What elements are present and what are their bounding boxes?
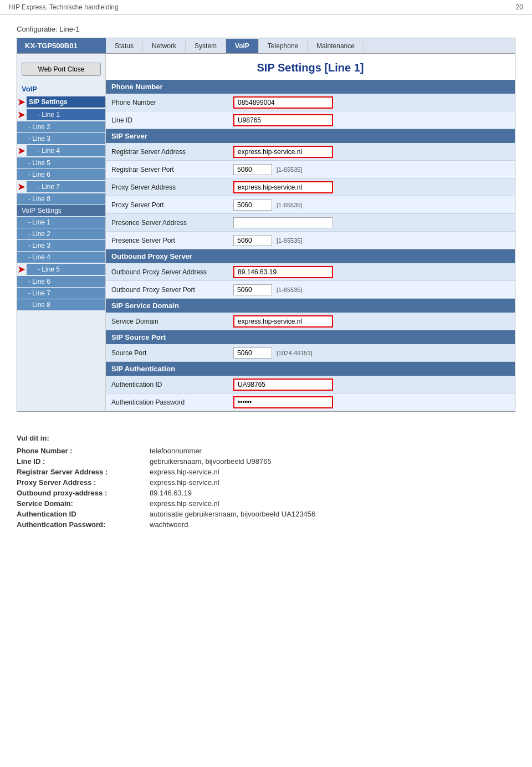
sidebar-item-voip-line6[interactable]: - Line 6: [17, 276, 105, 287]
footer-row-outbound-proxy: Outbound proxy-address : 89.146.63.19: [17, 489, 515, 497]
label-line-id: Line ID: [111, 116, 233, 124]
input-proxy-server-address[interactable]: [233, 181, 333, 193]
label-outbound-proxy-address: Outbound Proxy Server Address: [111, 268, 233, 276]
tab-voip[interactable]: VoIP: [226, 39, 259, 53]
footer-row-registrar-address: Registrar Server Address : express.hip-s…: [17, 468, 515, 476]
input-registrar-server-port[interactable]: [233, 164, 272, 175]
footer-key-auth-id: Authentication ID: [17, 510, 150, 518]
footer-value-auth-id: autorisatie gebruikersnaam, bijvoorbeeld…: [150, 510, 315, 518]
row-outbound-proxy-port: Outbound Proxy Server Port [1-65535]: [106, 281, 515, 299]
sip-settings-arrow: ➤: [17, 96, 25, 108]
section-header-sip-source-port: SIP Source Port: [106, 330, 515, 344]
sidebar-item-sip-settings[interactable]: SIP Settings: [27, 96, 105, 108]
input-outbound-proxy-address[interactable]: [233, 266, 333, 278]
footer-value-proxy-address: express.hip-service.nl: [150, 478, 219, 487]
sidebar-item-voip-line8[interactable]: - Line 8: [17, 299, 105, 310]
row-registrar-server-port: Registrar Server Port [1-65535]: [106, 161, 515, 178]
footer-key-proxy-address: Proxy Server Address :: [17, 478, 150, 487]
row-presence-server-port: Presence Server Port [1-65535]: [106, 232, 515, 249]
label-auth-id: Authentication ID: [111, 381, 233, 388]
input-source-port[interactable]: [233, 347, 272, 359]
nav-brand: KX-TGP500B01: [17, 38, 106, 53]
input-presence-server-address[interactable]: [233, 217, 333, 228]
range-presence-server-port: [1-65535]: [277, 237, 302, 244]
footer-value-phone-number: telefoonnummer: [150, 447, 202, 455]
input-line-id[interactable]: [233, 114, 333, 126]
footer-row-auth-id: Authentication ID autorisatie gebruikers…: [17, 510, 515, 518]
sidebar-item-sip-line2[interactable]: - Line 2: [17, 121, 105, 132]
footer-key-line-id: Line ID :: [17, 457, 150, 466]
input-phone-number[interactable]: [233, 96, 333, 109]
footer-value-line-id: gebruikersnaam, bijvoorbeeld U98765: [150, 457, 272, 466]
sidebar-item-voip-line7[interactable]: - Line 7: [17, 288, 105, 299]
label-registrar-server-address: Registrar Server Address: [111, 148, 233, 156]
row-presence-server-address: Presence Server Address: [106, 214, 515, 232]
sidebar-item-sip-line8[interactable]: - Line 8: [17, 193, 105, 204]
row-line-id: Line ID: [106, 111, 515, 129]
range-outbound-proxy-port: [1-65535]: [277, 287, 302, 293]
sidebar-item-voip-line2[interactable]: - Line 2: [17, 228, 105, 239]
nav-tabs: Status Network System VoIP Telephone Mai…: [106, 39, 364, 53]
label-phone-number: Phone Number: [111, 99, 233, 106]
row-registrar-server-address: Registrar Server Address: [106, 143, 515, 161]
range-proxy-server-port: [1-65535]: [277, 202, 302, 208]
input-auth-password[interactable]: [233, 396, 333, 408]
footer-key-service-domain: Service Domain:: [17, 499, 150, 508]
label-proxy-server-port: Proxy Server Port: [111, 201, 233, 209]
input-registrar-server-address[interactable]: [233, 146, 333, 158]
sidebar-item-sip-line3[interactable]: - Line 3: [17, 133, 105, 144]
sidebar-item-voip-line4[interactable]: - Line 4: [17, 252, 105, 263]
tab-maintenance[interactable]: Maintenance: [308, 39, 364, 53]
sidebar-item-sip-line6[interactable]: - Line 6: [17, 169, 105, 180]
section-header-phone-number: Phone Number: [106, 80, 515, 94]
page-number: 20: [516, 3, 523, 11]
device-container: KX-TGP500B01 Status Network System VoIP …: [17, 38, 515, 412]
label-presence-server-address: Presence Server Address: [111, 219, 233, 227]
label-presence-server-port: Presence Server Port: [111, 237, 233, 244]
input-service-domain[interactable]: [233, 315, 333, 328]
input-auth-id[interactable]: [233, 379, 333, 391]
sidebar-item-sip-line7[interactable]: - Line 7: [27, 181, 105, 192]
footer-title: Vul dit in:: [17, 434, 515, 442]
line7-arrow: ➤: [17, 181, 25, 193]
input-outbound-proxy-port[interactable]: [233, 284, 272, 295]
tab-network[interactable]: Network: [143, 39, 186, 53]
footer-row-line-id: Line ID : gebruikersnaam, bijvoorbeeld U…: [17, 457, 515, 466]
footer-value-registrar-address: express.hip-service.nl: [150, 468, 219, 476]
footer-key-auth-password: Authentication Password:: [17, 520, 150, 529]
footer-key-outbound-proxy: Outbound proxy-address :: [17, 489, 150, 497]
range-source-port: [1024-49151]: [277, 350, 313, 356]
sidebar-item-voip-line1[interactable]: - Line 1: [17, 217, 105, 228]
footer-row-auth-password: Authentication Password: wachtwoord: [17, 520, 515, 529]
sidebar-item-sip-line4[interactable]: - Line 4: [27, 145, 105, 156]
content-panel: SIP Settings [Line 1] Phone Number Phone…: [106, 54, 515, 411]
tab-system[interactable]: System: [186, 39, 226, 53]
sidebar-item-voip-line3[interactable]: - Line 3: [17, 240, 105, 251]
section-header-sip-authentication: SIP Authentication: [106, 362, 515, 376]
row-proxy-server-port: Proxy Server Port [1-65535]: [106, 196, 515, 214]
input-presence-server-port[interactable]: [233, 235, 272, 246]
voip-label: VoIP: [17, 83, 105, 95]
footer-row-phone-number: Phone Number : telefoonnummer: [17, 447, 515, 455]
sidebar-item-voip-line5[interactable]: - Line 5: [27, 264, 105, 275]
footer-key-phone-number: Phone Number :: [17, 447, 150, 455]
footer-row-service-domain: Service Domain: express.hip-service.nl: [17, 499, 515, 508]
tab-status[interactable]: Status: [106, 39, 143, 53]
label-outbound-proxy-port: Outbound Proxy Server Port: [111, 286, 233, 294]
main-area: Web Port Close VoIP ➤ SIP Settings ➤ - L…: [17, 54, 515, 411]
footer-key-registrar-address: Registrar Server Address :: [17, 468, 150, 476]
tab-telephone[interactable]: Telephone: [259, 39, 308, 53]
web-port-close-button[interactable]: Web Port Close: [22, 63, 101, 76]
row-outbound-proxy-address: Outbound Proxy Server Address: [106, 263, 515, 281]
footer-section: Vul dit in: Phone Number : telefoonnumme…: [0, 423, 532, 542]
section-header-sip-server: SIP Server: [106, 129, 515, 143]
config-label: Configuratie: Line-1: [0, 15, 532, 38]
sidebar-item-sip-line5[interactable]: - Line 5: [17, 157, 105, 168]
input-proxy-server-port[interactable]: [233, 200, 272, 211]
row-auth-id: Authentication ID: [106, 376, 515, 393]
range-registrar-server-port: [1-65535]: [277, 166, 302, 173]
sidebar-item-sip-line1[interactable]: - Line 1: [27, 109, 105, 120]
content-title: SIP Settings [Line 1]: [106, 54, 515, 80]
section-header-sip-service-domain: SIP Service Domain: [106, 299, 515, 313]
row-auth-password: Authentication Password: [106, 393, 515, 411]
